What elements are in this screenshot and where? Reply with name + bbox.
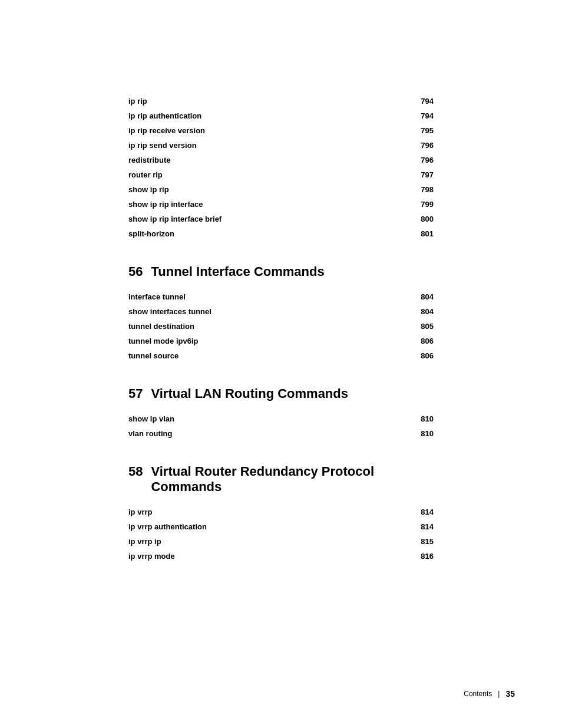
toc-entry-label: ip vrrp mode (128, 552, 410, 561)
toc-entry-label: ip vrrp authentication (128, 522, 410, 531)
toc-entry-page: 800 (410, 215, 434, 223)
footer-page: 35 (505, 689, 515, 699)
toc-entry-label: tunnel mode ipv6ip (128, 337, 410, 345)
toc-entry-label: show ip vlan (128, 414, 410, 423)
toc-entry-label: ip rip receive version (128, 126, 410, 135)
toc-entry-page: 795 (410, 126, 434, 135)
footer-label: Contents (464, 690, 492, 698)
footer: Contents | 35 (464, 689, 515, 699)
toc-entry-page: 796 (410, 141, 434, 150)
toc-entry-page: 810 (410, 429, 434, 438)
section-heading: 58Virtual Router Redundancy Protocol Com… (128, 464, 434, 495)
section-title: Virtual LAN Routing Commands (151, 386, 348, 401)
table-row: show interfaces tunnel804 (128, 305, 434, 318)
table-row: vlan routing810 (128, 427, 434, 440)
toc-entry-label: router rip (128, 170, 410, 179)
toc-entry-label: show ip rip interface (128, 200, 410, 209)
table-row: show ip vlan810 (128, 412, 434, 426)
toc-entry-label: split-horizon (128, 229, 410, 238)
section-heading: 57Virtual LAN Routing Commands (128, 386, 434, 401)
table-row: ip vrrp814 (128, 505, 434, 519)
table-row: split-horizon801 (128, 227, 434, 241)
section-number: 57 (128, 386, 143, 401)
table-row: interface tunnel804 (128, 290, 434, 304)
sections-container: 56Tunnel Interface Commandsinterface tun… (128, 264, 434, 563)
table-row: ip rip794 (128, 94, 434, 108)
section-number: 56 (128, 264, 143, 279)
table-row: show ip rip interface brief800 (128, 212, 434, 226)
table-row: show ip rip798 (128, 183, 434, 196)
toc-entry-label: ip rip send version (128, 141, 410, 150)
table-row: ip vrrp authentication814 (128, 520, 434, 533)
table-row: tunnel source806 (128, 349, 434, 363)
table-row: ip vrrp ip815 (128, 535, 434, 548)
toc-entry-label: show interfaces tunnel (128, 307, 410, 316)
table-row: router rip797 (128, 168, 434, 182)
table-row: redistribute796 (128, 153, 434, 167)
table-row: tunnel mode ipv6ip806 (128, 334, 434, 348)
section-title: Virtual Router Redundancy Protocol Comma… (151, 464, 434, 495)
toc-entry-page: 814 (410, 522, 434, 531)
page-container: ip rip794ip rip authentication794ip rip … (0, 0, 562, 728)
toc-entry-page: 794 (410, 111, 434, 120)
toc-entry-page: 798 (410, 185, 434, 194)
toc-entry-page: 806 (410, 337, 434, 345)
toc-entry-page: 794 (410, 97, 434, 106)
toc-entry-label: show ip rip (128, 185, 410, 194)
table-row: ip rip send version796 (128, 139, 434, 152)
table-row: ip rip receive version795 (128, 124, 434, 137)
toc-entry-label: ip vrrp ip (128, 537, 410, 546)
toc-entry-label: ip rip authentication (128, 111, 410, 120)
toc-group: show ip vlan810vlan routing810 (128, 412, 434, 440)
toc-entry-page: 799 (410, 200, 434, 209)
table-row: ip vrrp mode816 (128, 549, 434, 563)
toc-entry-page: 804 (410, 292, 434, 301)
toc-entry-label: show ip rip interface brief (128, 215, 410, 223)
toc-entry-label: interface tunnel (128, 292, 410, 301)
top-toc-group: ip rip794ip rip authentication794ip rip … (128, 94, 434, 241)
toc-entry-page: 806 (410, 351, 434, 360)
toc-entry-page: 805 (410, 322, 434, 331)
footer-separator: | (498, 690, 500, 698)
section-heading: 56Tunnel Interface Commands (128, 264, 434, 279)
toc-entry-page: 796 (410, 156, 434, 164)
toc-entry-label: vlan routing (128, 429, 410, 438)
toc-entry-label: ip vrrp (128, 508, 410, 516)
toc-entry-page: 810 (410, 414, 434, 423)
section-title: Tunnel Interface Commands (151, 264, 324, 279)
toc-entry-page: 797 (410, 170, 434, 179)
toc-entry-label: tunnel destination (128, 322, 410, 331)
table-row: ip rip authentication794 (128, 109, 434, 123)
toc-group: ip vrrp814ip vrrp authentication814ip vr… (128, 505, 434, 563)
toc-entry-label: tunnel source (128, 351, 410, 360)
toc-entry-page: 801 (410, 229, 434, 238)
toc-entry-page: 804 (410, 307, 434, 316)
toc-group: interface tunnel804show interfaces tunne… (128, 290, 434, 363)
section-number: 58 (128, 464, 143, 479)
toc-entry-page: 816 (410, 552, 434, 561)
table-row: tunnel destination805 (128, 319, 434, 333)
table-row: show ip rip interface799 (128, 197, 434, 211)
toc-entry-label: redistribute (128, 156, 410, 164)
toc-entry-label: ip rip (128, 97, 410, 106)
toc-entry-page: 814 (410, 508, 434, 516)
toc-entry-page: 815 (410, 537, 434, 546)
